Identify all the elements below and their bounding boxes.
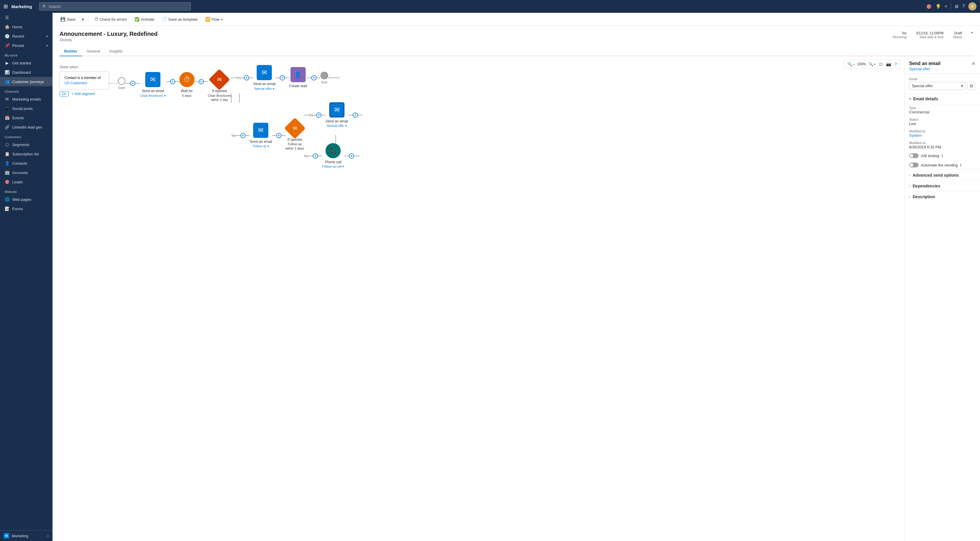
sidebar-item-contacts[interactable]: 👤 Contacts	[0, 159, 52, 168]
plus-circle-10[interactable]: +	[353, 113, 358, 118]
sidebar-item-subscription[interactable]: 📋 Subscription list	[0, 149, 52, 159]
sidebar-item-recent[interactable]: 🕐 Recent ▾	[0, 32, 52, 41]
plus-circle-3[interactable]: +	[199, 79, 204, 84]
send-email-3-icon[interactable]: ✉	[253, 123, 268, 138]
email-details-section-header[interactable]: ▾ Email details	[904, 94, 980, 104]
zoom-in-btn[interactable]: 🔍+	[867, 61, 877, 67]
plus-circle-5[interactable]: +	[280, 75, 285, 81]
contact-link[interactable]: US Customers	[64, 81, 87, 85]
save-icon: 💾	[60, 17, 65, 22]
send-email-2-icon[interactable]: ✉	[257, 65, 272, 80]
plus-circle-11[interactable]: +	[313, 153, 318, 159]
automate-sending-info-icon[interactable]: ℹ	[960, 163, 961, 167]
plus-circle-4[interactable]: +	[244, 75, 249, 81]
yes-line-h5	[285, 78, 289, 78]
sidebar-item-accounts[interactable]: 🏢 Accounts	[0, 168, 52, 177]
sidebar-item-linkedin[interactable]: 🔗 LinkedIn lead gen	[0, 122, 52, 132]
sidebar-bottom-app[interactable]: M Marketing ◇	[0, 530, 52, 541]
search-input[interactable]	[49, 5, 188, 9]
save-template-button[interactable]: 📄 Save as template	[159, 15, 200, 23]
plus-circle-8[interactable]: +	[276, 133, 282, 138]
send-email-4-icon[interactable]: ✉	[329, 102, 344, 117]
sidebar-item-dashboard[interactable]: 📊 Dashboard	[0, 68, 52, 77]
create-lead-icon[interactable]: 👤	[291, 67, 305, 82]
send-email-3-sublabel[interactable]: Follow up ▾	[250, 144, 272, 148]
email-select[interactable]: Special offer ▾	[909, 82, 966, 90]
flow-button[interactable]: 🔀 Flow ▾	[202, 15, 226, 23]
plus-circle-1[interactable]: +	[130, 81, 135, 86]
tab-general[interactable]: General	[82, 47, 105, 56]
sidebar-item-get-started[interactable]: ▶ Get started	[0, 58, 52, 68]
target-icon[interactable]: 🎯	[926, 4, 932, 10]
sidebar-item-leads[interactable]: 🎯 Leads	[0, 177, 52, 187]
description-section[interactable]: › Description	[904, 191, 980, 202]
plus-circle-9[interactable]: +	[316, 113, 321, 118]
wait-for-icon[interactable]: ⏱	[180, 72, 194, 87]
journey-canvas: 🔍− 100% 🔍+ ⊡ 📷 ? Starts when:	[52, 56, 904, 541]
save-button[interactable]: 💾 Save	[57, 15, 79, 23]
dashed-line-1	[109, 83, 118, 84]
check-errors-button[interactable]: ⏱ Check for errors	[91, 15, 130, 23]
content-area: 💾 Save ▾ ⏱ Check for errors ✅ Activate 📄…	[52, 13, 980, 541]
tab-insights[interactable]: Insights	[105, 47, 127, 56]
sidebar-leads-label: Leads	[12, 180, 22, 184]
settings-icon[interactable]: ⚙	[955, 4, 959, 10]
help-icon[interactable]: ?	[962, 4, 965, 9]
activate-button[interactable]: ✅ Activate	[131, 15, 158, 23]
phone-call-icon[interactable]: 📞	[326, 143, 340, 158]
starts-when-label: Starts when:	[59, 65, 897, 69]
plus-circle-6[interactable]: +	[311, 75, 317, 81]
add-segment-link[interactable]: + Add segment	[72, 92, 95, 96]
sidebar-item-home[interactable]: 🏠 Home	[0, 22, 52, 32]
send-email-4-sublabel[interactable]: Special offer ▾	[326, 124, 348, 128]
waffle-menu-icon[interactable]: ⊞	[3, 3, 8, 10]
avatar[interactable]: A	[968, 2, 977, 11]
close-panel-button[interactable]: ✕	[972, 61, 975, 67]
send-email-4-label: Send an email Special offer ▾	[326, 119, 348, 128]
sidebar-item-forms[interactable]: 📝 Forms	[0, 204, 52, 213]
if-opened-2-label: If opened Follow upwithin 2 days	[286, 138, 304, 151]
plus-circle-7[interactable]: +	[240, 133, 246, 138]
ab-testing-info-icon[interactable]: ℹ	[942, 154, 943, 158]
send-email-1-icon[interactable]: ✉	[145, 72, 161, 87]
sidebar-get-started-label: Get started	[12, 61, 31, 65]
pin-icon: 📌	[5, 43, 10, 48]
tab-builder[interactable]: Builder	[59, 47, 82, 56]
camera-btn[interactable]: 📷	[885, 61, 892, 67]
sidebar-item-social-posts[interactable]: 📱 Social posts	[0, 104, 52, 113]
modified-by-value[interactable]: System	[909, 133, 975, 138]
lightbulb-icon[interactable]: 💡	[935, 4, 941, 10]
advanced-send-section[interactable]: › Advanced send options	[904, 170, 980, 181]
header-expand-icon[interactable]: ▾	[971, 31, 973, 35]
send-email-2-sublabel[interactable]: Special offer ▾	[253, 87, 275, 90]
ab-testing-toggle[interactable]	[909, 153, 918, 158]
yes-branch-area: Yes + ✉ Send an email Special offer ▾	[231, 71, 363, 169]
node-send-email-1: ✉ Send an email Chair Brochures ▾	[140, 72, 166, 98]
if-opened-1-icon[interactable]: ✉	[209, 69, 231, 90]
sidebar-item-marketing-emails[interactable]: ✉ Marketing emails	[0, 94, 52, 104]
sidebar-toggle[interactable]: ☰	[0, 13, 52, 22]
sidebar-item-events[interactable]: 📅 Events	[0, 113, 52, 122]
sidebar-item-pinned[interactable]: 📌 Pinned ▾	[0, 41, 52, 50]
sidebar-item-webpages[interactable]: 🌐 Web pages	[0, 195, 52, 204]
dependencies-section[interactable]: › Dependencies	[904, 181, 980, 191]
if-opened-2-icon[interactable]: ✉	[284, 117, 305, 139]
if-opened-2-sub: Follow upwithin 2 days	[286, 142, 304, 151]
email-preview-button[interactable]: ⊡	[967, 82, 975, 90]
send-email-1-sublabel[interactable]: Chair Brochures ▾	[140, 94, 166, 98]
flow-chevron-icon: ▾	[221, 18, 223, 21]
save-caret-button[interactable]: ▾	[80, 16, 86, 23]
phone-call-label: Phone call Follow up call ▾	[322, 160, 344, 169]
automate-sending-toggle[interactable]	[909, 163, 918, 167]
help-canvas-btn[interactable]: ?	[893, 61, 898, 67]
add-icon[interactable]: +	[945, 4, 947, 9]
sidebar-item-segments[interactable]: ⬡ Segments	[0, 140, 52, 149]
ab-testing-row: A/B testing ℹ	[904, 151, 980, 160]
or-button[interactable]: Or	[59, 91, 68, 97]
phone-call-sublabel[interactable]: Follow up call ▾	[322, 164, 344, 168]
fit-view-btn[interactable]: ⊡	[878, 61, 884, 67]
zoom-out-btn[interactable]: 🔍−	[846, 61, 856, 67]
plus-circle-2[interactable]: +	[170, 79, 175, 84]
plus-circle-12[interactable]: +	[349, 153, 354, 159]
sidebar-item-customer-journeys[interactable]: 👥 Customer journeys	[0, 77, 52, 86]
